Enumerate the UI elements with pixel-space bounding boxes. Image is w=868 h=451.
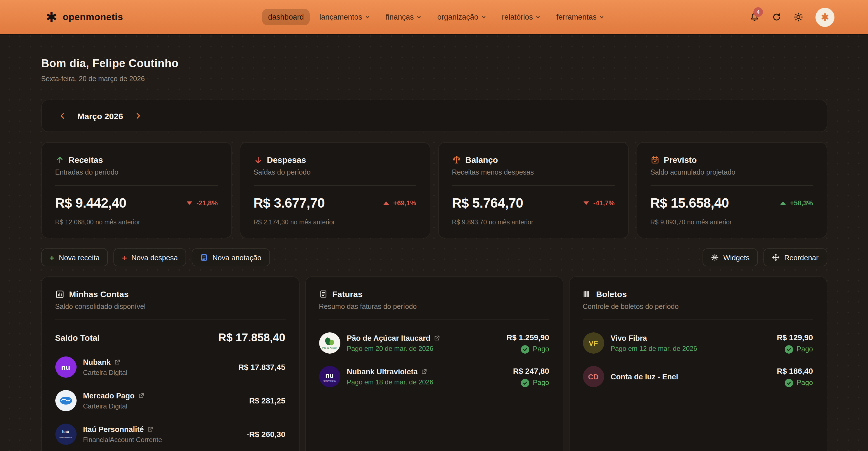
- month-selector: Março 2026: [41, 100, 827, 132]
- stat-value: R$ 15.658,40: [650, 195, 729, 211]
- chevron-down-icon: [599, 15, 604, 20]
- total-balance-value: R$ 17.858,40: [218, 331, 285, 344]
- greeting-section: Bom dia, Felipe Coutinho Sexta-feira, 20…: [41, 35, 827, 83]
- divider: [319, 319, 549, 320]
- bill-amount: R$ 186,40: [777, 366, 813, 375]
- stat-title: Despesas: [267, 155, 306, 165]
- viewport: ✱ openmonetis dashboard lançamentos fina…: [0, 0, 868, 451]
- conta-de-luz-avatar: CD: [583, 366, 604, 387]
- external-link-icon[interactable]: [114, 359, 120, 365]
- receipt-icon: [319, 290, 327, 298]
- chevron-right-icon: [134, 112, 142, 120]
- divider: [650, 185, 813, 186]
- page-title: Bom dia, Felipe Coutinho: [41, 57, 827, 70]
- vivo-fibra-avatar: VF: [583, 332, 604, 354]
- stat-cards: Receitas Entradas do período R$ 9.442,40…: [41, 142, 827, 238]
- invoice-name: Nubank Ultravioleta: [347, 367, 418, 376]
- bill-name: Vivo Fibra: [611, 334, 647, 342]
- stat-title: Balanço: [465, 155, 498, 165]
- pao-de-acucar-logo: Pão de Açúcar: [319, 332, 340, 354]
- bill-row: CD Conta de luz - Enel R$ 186,40 Pago: [583, 366, 813, 387]
- invoice-name: Pão de Açúcar Itaucard: [347, 334, 430, 342]
- account-row: nu Nubank Carteira Digital R$ 17.837,45: [55, 357, 285, 378]
- invoice-amount: R$ 247,80: [513, 366, 549, 375]
- user-avatar[interactable]: ✱: [815, 7, 834, 27]
- next-month-button[interactable]: [134, 112, 142, 120]
- bill-row: VF Vivo Fibra Pago em 12 de mar. de 2026…: [583, 332, 813, 354]
- main-content: Bom dia, Felipe Coutinho Sexta-feira, 20…: [0, 35, 868, 451]
- stat-subtitle: Saldo acumulado projetado: [650, 168, 813, 176]
- accounts-widget: Minhas Contas Saldo consolidado disponív…: [41, 276, 299, 451]
- check-circle-icon: [785, 345, 794, 354]
- account-type: Carteira Digital: [83, 368, 232, 376]
- bill-name: Conta de luz - Enel: [611, 372, 678, 381]
- stat-subtitle: Saídas do período: [253, 168, 416, 176]
- divider: [583, 319, 813, 320]
- nubank-logo: nu: [55, 357, 76, 378]
- stat-value: R$ 3.677,70: [253, 195, 325, 211]
- action-bar: +Nova receita +Nova despesa Nova anotaçã…: [41, 249, 827, 266]
- total-balance-row: Saldo Total R$ 17.858,40: [55, 331, 285, 344]
- stat-title: Previsto: [664, 155, 697, 165]
- divider: [55, 185, 218, 186]
- stat-value: R$ 5.764,70: [452, 195, 523, 211]
- nav-dashboard[interactable]: dashboard: [262, 9, 310, 25]
- move-icon: [772, 253, 780, 261]
- prev-month-button[interactable]: [58, 112, 66, 120]
- widget-subtitle: Controle de boletos do período: [583, 303, 813, 311]
- invoice-row: nuultravioleta Nubank Ultravioleta Pago …: [319, 366, 549, 387]
- brand-logo-icon: ✱: [46, 10, 57, 24]
- nav-relatorios[interactable]: relatórios: [496, 9, 547, 25]
- account-row: Mercado Pago Carteira Digital R$ 281,25: [55, 390, 285, 411]
- stat-subtitle: Receitas menos despesas: [452, 168, 615, 176]
- widget-title: Faturas: [332, 289, 363, 299]
- refresh-button[interactable]: [772, 12, 781, 22]
- calendar-check-icon: [650, 155, 659, 164]
- stat-footnote: R$ 9.893,70 no mês anterior: [650, 219, 813, 225]
- widgets-grid: Minhas Contas Saldo consolidado disponív…: [41, 276, 827, 451]
- external-link-icon[interactable]: [138, 393, 144, 399]
- external-link-icon[interactable]: [434, 335, 440, 341]
- total-balance-label: Saldo Total: [55, 333, 99, 342]
- nav-organizacao[interactable]: organização: [431, 9, 492, 25]
- stat-card-despesas: Despesas Saídas do período R$ 3.677,70 +…: [240, 142, 430, 238]
- account-name: Mercado Pago: [83, 391, 135, 400]
- stat-subtitle: Entradas do período: [55, 168, 218, 176]
- external-link-icon[interactable]: [147, 426, 153, 432]
- account-type: Carteira Digital: [83, 402, 243, 410]
- widgets-button[interactable]: Widgets: [703, 249, 758, 266]
- status-badge: Pago: [506, 345, 549, 354]
- theme-toggle-button[interactable]: [794, 12, 803, 22]
- check-circle-icon: [521, 345, 530, 354]
- avatar-asterisk-icon: ✱: [821, 12, 829, 22]
- new-income-button[interactable]: +Nova receita: [41, 249, 108, 266]
- chevron-down-icon: [481, 15, 486, 20]
- notifications-button[interactable]: 4: [749, 12, 760, 22]
- stat-delta: +58,3%: [780, 199, 813, 207]
- new-expense-button[interactable]: +Nova despesa: [114, 249, 186, 266]
- widget-subtitle: Resumo das faturas do período: [319, 303, 549, 311]
- arrow-up-icon: [55, 155, 64, 164]
- main-nav: dashboard lançamentos finanças organizaç…: [262, 9, 611, 25]
- reorder-button[interactable]: Reordenar: [764, 249, 827, 266]
- mercado-pago-logo: [55, 390, 76, 411]
- divider: [452, 185, 615, 186]
- barcode-icon: [583, 290, 591, 298]
- chevron-left-icon: [58, 112, 66, 120]
- nav-lancamentos[interactable]: lançamentos: [313, 9, 376, 25]
- new-note-button[interactable]: Nova anotação: [192, 249, 270, 266]
- status-badge: Pago: [777, 378, 813, 387]
- nav-financas[interactable]: finanças: [379, 9, 428, 25]
- widget-title: Minhas Contas: [69, 289, 129, 299]
- stat-delta: -41,7%: [584, 199, 615, 207]
- external-link-icon[interactable]: [421, 368, 427, 375]
- invoices-widget: Faturas Resumo das faturas do período Pã…: [305, 276, 563, 451]
- account-balance: R$ 281,25: [249, 396, 285, 405]
- status-badge: Pago: [777, 345, 813, 354]
- refresh-icon: [772, 12, 781, 22]
- stat-footnote: R$ 9.893,70 no mês anterior: [452, 219, 615, 225]
- nav-ferramentas[interactable]: ferramentas: [550, 9, 611, 25]
- triangle-up-icon: [384, 201, 389, 205]
- month-label: Março 2026: [78, 111, 123, 120]
- triangle-up-icon: [780, 201, 786, 205]
